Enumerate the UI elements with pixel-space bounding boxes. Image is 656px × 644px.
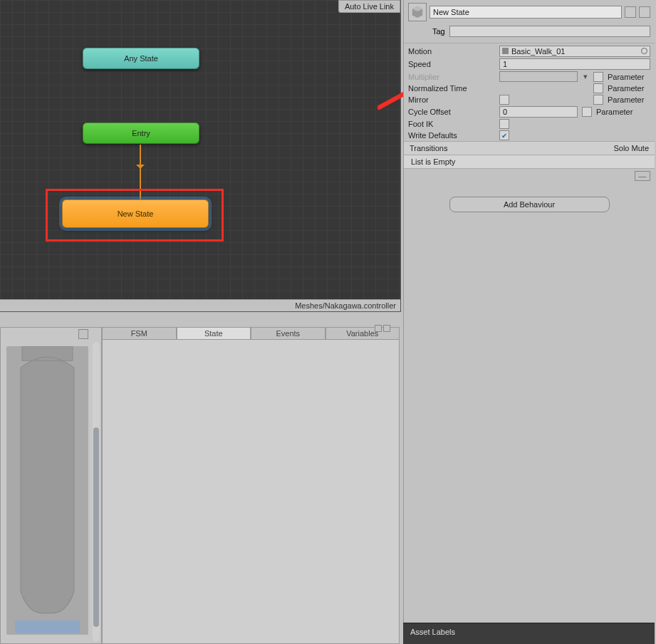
cube-icon [411,6,424,19]
cycle-offset-field[interactable]: 0 [499,106,578,118]
remove-transition-button[interactable]: — [635,171,650,181]
svg-rect-1 [15,620,80,633]
multiplier-label: Multiplier [408,73,495,81]
inspector-panel: Tag Motion Basic_Walk_01 Speed 1 Multipl… [403,0,655,623]
panel-options-icon[interactable] [78,329,88,339]
character-silhouette-icon [6,346,88,635]
preview-thumbnail[interactable] [6,346,88,635]
parameter-label: Parameter [596,108,639,116]
entry-node[interactable]: Entry [83,123,199,144]
auto-live-link-button[interactable]: Auto Live Link [338,0,400,13]
node-label: Entry [132,129,150,137]
mirror-label: Mirror [408,95,495,104]
panel-toolbar-icons [375,325,390,332]
state-name-input[interactable] [429,6,622,19]
transitions-empty-text: List is Empty [404,155,655,169]
transitions-header: Transitions Solo Mute [404,141,655,155]
tab-fsm[interactable]: FSM [102,327,177,339]
scrollbar-thumb[interactable] [93,427,99,627]
multiplier-field [499,71,578,82]
any-state-node[interactable]: Any State [83,48,199,69]
tab-events[interactable]: Events [251,327,326,339]
dropdown-icon[interactable]: ▾ [582,72,589,81]
motion-field[interactable]: Basic_Walk_01 [499,46,650,57]
new-state-node[interactable]: New State [62,199,209,228]
tag-input[interactable] [449,26,650,37]
reference-icon[interactable] [625,6,636,18]
write-defaults-label: Write Defaults [408,131,495,140]
speed-label: Speed [408,60,495,68]
normalized-time-label: Normalized Time [408,84,495,93]
mirror-parameter-checkbox[interactable] [593,95,603,105]
motion-label: Motion [408,47,495,56]
normalized-time-parameter-checkbox[interactable] [593,83,603,93]
write-defaults-checkbox[interactable] [499,130,509,140]
cycle-offset-label: Cycle Offset [408,108,495,116]
motion-value: Basic_Walk_01 [511,47,565,56]
solo-mute-label: Solo Mute [613,144,649,152]
tag-label: Tag [432,27,445,36]
node-label: New State [118,209,154,218]
transitions-label: Transitions [410,144,447,152]
transition-arrow[interactable] [140,145,141,199]
playmaker-tabs: FSM State Events Variables [102,327,400,340]
playmaker-panel-body[interactable] [102,340,400,644]
panel-icon[interactable] [375,325,382,332]
asset-labels-header[interactable]: Asset Labels [403,623,655,644]
panel-icon[interactable] [383,325,390,332]
add-behaviour-button[interactable]: Add Behaviour [449,197,610,212]
foot-ik-checkbox[interactable] [499,119,509,129]
cycle-offset-parameter-checkbox[interactable] [582,107,592,117]
mirror-checkbox[interactable] [499,95,509,105]
parameter-label: Parameter [608,73,650,81]
animator-graph[interactable]: Auto Live Link Any State Entry New State… [0,0,401,312]
node-label: Any State [124,54,158,63]
parameter-label: Parameter [608,95,650,104]
foot-ik-label: Foot IK [408,120,495,128]
asset-path-breadcrumb[interactable]: Meshes/Nakagawa.controller [0,299,400,311]
multiplier-parameter-checkbox[interactable] [593,72,603,82]
gear-icon[interactable] [639,6,650,18]
tab-state[interactable]: State [177,327,251,339]
state-icon [408,3,427,21]
scrollbar[interactable] [93,342,100,642]
speed-field[interactable]: 1 [499,58,650,70]
object-picker-icon[interactable] [641,48,647,54]
preview-panel [0,327,102,644]
parameter-label: Parameter [608,84,650,93]
